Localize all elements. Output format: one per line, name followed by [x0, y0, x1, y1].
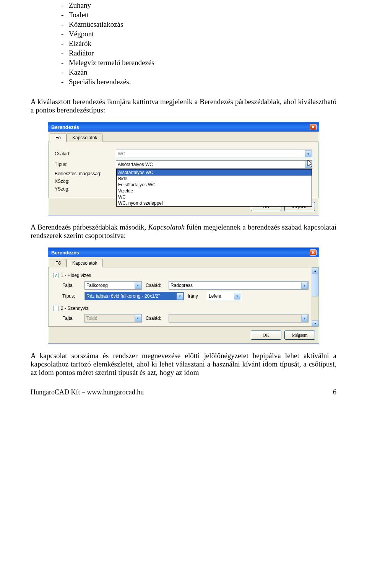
bullet-item: Közműcsatlakozás: [61, 20, 336, 29]
dropdown-option[interactable]: WC, nyomó szeleppel: [117, 200, 312, 206]
csalad-label: Család:: [55, 151, 116, 156]
fajta-label: Fajta: [62, 283, 81, 288]
titlebar[interactable]: Berendezés: [48, 122, 319, 132]
dropdown-option[interactable]: Vizelde: [117, 188, 312, 194]
bullet-item: Toalett: [61, 11, 336, 19]
page-number: 6: [333, 388, 336, 396]
button-row: OK Mégsem: [48, 327, 319, 344]
close-icon[interactable]: [310, 124, 317, 130]
paragraph-1: A kiválasztott berendezés ikonjára katti…: [31, 98, 336, 114]
group-1-check-row[interactable]: ✓ 1 - Hideg vizes: [53, 273, 309, 278]
csalad-label: Család:: [146, 283, 165, 288]
bullet-item: Zuhany: [61, 1, 336, 10]
paragraph-2: A Berendezés párbeszédablak második, Kap…: [31, 223, 336, 240]
tab-fo[interactable]: Fő: [50, 259, 67, 267]
tipus-value: Alsótartályos WC: [118, 162, 153, 167]
group-1-label: 1 - Hideg vizes: [61, 273, 91, 278]
tipus-select[interactable]: Alsótartályos WC ▼ Alsótartályos WC Bidé…: [116, 160, 312, 169]
bullet-item: Kazán: [61, 68, 336, 77]
yszog-label: YSzög:: [55, 186, 116, 192]
group-2-label: 2 - Szennyvíz: [61, 306, 89, 311]
berendezes-dialog-1: Berendezés Fő Kapcsolatok Család: WC ▼ T…: [48, 122, 319, 215]
g2-fajta-select[interactable]: Toldó ▼: [84, 314, 142, 323]
para2-em: Kapcsolatok: [148, 223, 184, 231]
g2-fajta-value: Toldó: [86, 316, 97, 321]
bullet-item: Melegvíz termelő berendezés: [61, 59, 336, 67]
tab-strip: Fő Kapcsolatok: [48, 132, 319, 142]
chevron-down-icon[interactable]: ▼: [305, 150, 312, 157]
g1-csalad-select[interactable]: Radopress ▼: [169, 281, 309, 290]
cursor-icon: [307, 159, 314, 168]
tipus-dropdown[interactable]: Alsótartályos WC Bidé Felsőtartályos WC …: [116, 169, 312, 207]
chevron-down-icon[interactable]: ▼: [177, 293, 183, 300]
dialog-title: Berendezés: [51, 250, 79, 256]
irany-label: Irány: [188, 293, 203, 299]
beill-label: Beillesztési magasság:: [55, 171, 116, 176]
fajta-label: Fajta: [62, 316, 81, 321]
bullet-item: Elzárók: [61, 39, 336, 48]
csalad-value: WC: [118, 151, 125, 156]
scroll-down-icon[interactable]: ▼: [312, 320, 318, 326]
tab-body: ✓ 1 - Hideg vizes Fajta Falikorong ▼ Csa…: [48, 267, 319, 327]
csalad-select[interactable]: WC ▼: [116, 150, 312, 158]
tipus-label: Típus:: [62, 293, 81, 299]
cancel-button[interactable]: Mégsem: [284, 331, 315, 340]
tab-fo[interactable]: Fő: [50, 134, 67, 142]
xszog-label: XSzög:: [55, 179, 116, 184]
chevron-down-icon[interactable]: ▼: [234, 293, 240, 300]
csalad-label: Család:: [146, 316, 165, 321]
page-footer: HungaroCAD Kft – www.hungarocad.hu 6: [31, 388, 336, 396]
checkbox-checked-icon[interactable]: ✓: [53, 273, 58, 278]
titlebar[interactable]: Berendezés: [48, 248, 319, 257]
bullet-item: Radiátor: [61, 49, 336, 57]
dropdown-option[interactable]: Felsőtartályos WC: [117, 182, 312, 188]
footer-left: HungaroCAD Kft – www.hungarocad.hu: [31, 388, 144, 396]
dropdown-option[interactable]: WC: [117, 194, 312, 200]
dropdown-option[interactable]: Bidé: [117, 176, 312, 182]
berendezes-dialog-2: Berendezés Fő Kapcsolatok ✓ 1 - Hideg vi…: [48, 248, 319, 344]
g1-irany-value: Lefele: [209, 293, 221, 299]
tab-kapcsolatok[interactable]: Kapcsolatok: [67, 134, 103, 142]
tab-kapcsolatok[interactable]: Kapcsolatok: [67, 259, 103, 267]
g1-tipus-select[interactable]: Réz talpas rövid falikorong - 20x1/2'' ▼: [84, 292, 184, 300]
chevron-down-icon[interactable]: ▼: [135, 282, 141, 289]
bullet-item: Speciális berendezés.: [61, 78, 336, 86]
g1-tipus-value: Réz talpas rövid falikorong - 20x1/2'': [86, 293, 160, 299]
dropdown-option[interactable]: Alsótartályos WC: [117, 169, 312, 176]
scroll-thumb[interactable]: [312, 274, 318, 296]
g2-csalad-select[interactable]: ▼: [169, 314, 309, 323]
close-icon[interactable]: [310, 249, 317, 256]
g1-fajta-select[interactable]: Falikorong ▼: [84, 281, 142, 290]
bullet-list: Zuhany Toalett Közműcsatlakozás Végpont …: [61, 1, 336, 86]
tab-body: Család: WC ▼ Típus: Alsótartályos WC ▼ A…: [48, 142, 319, 198]
tab-strip: Fő Kapcsolatok: [48, 257, 319, 267]
scroll-up-icon[interactable]: ▲: [312, 267, 318, 274]
paragraph-3: A kapcsolat sorszáma és rendszer megneve…: [31, 352, 336, 377]
scrollbar[interactable]: ▲ ▼: [312, 267, 318, 326]
chevron-down-icon[interactable]: ▼: [301, 282, 308, 289]
chevron-down-icon[interactable]: ▼: [301, 315, 308, 322]
g1-fajta-value: Falikorong: [86, 283, 108, 288]
chevron-down-icon[interactable]: ▼: [135, 315, 141, 322]
group-2-check-row[interactable]: 2 - Szennyvíz: [53, 306, 309, 311]
bullet-item: Végpont: [61, 30, 336, 38]
tipus-label: Típus:: [55, 162, 116, 167]
g1-irany-select[interactable]: Lefele ▼: [207, 292, 241, 300]
checkbox-unchecked-icon[interactable]: [53, 306, 58, 311]
para2-pre: A Berendezés párbeszédablak második,: [31, 223, 148, 231]
g1-csalad-value: Radopress: [171, 283, 193, 288]
dialog-title: Berendezés: [51, 124, 79, 130]
ok-button[interactable]: OK: [251, 331, 281, 340]
